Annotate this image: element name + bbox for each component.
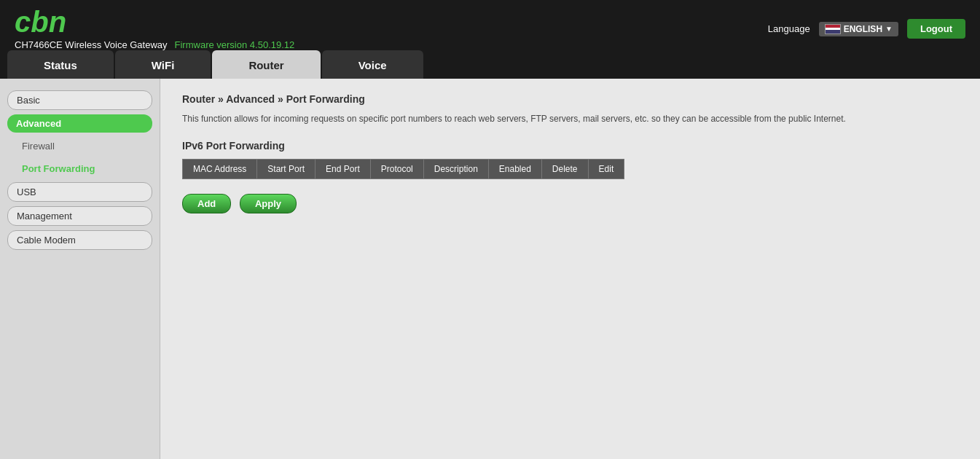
tab-router[interactable]: Router <box>212 50 320 79</box>
col-edit: Edit <box>588 160 624 179</box>
language-dropdown-icon: ▼ <box>885 25 893 33</box>
col-description: Description <box>423 160 488 179</box>
logout-button[interactable]: Logout <box>907 19 965 39</box>
tab-wifi[interactable]: WiFi <box>115 50 211 79</box>
tab-voice[interactable]: Voice <box>322 50 423 79</box>
breadcrumb: Router » Advanced » Port Forwarding <box>182 93 958 105</box>
col-delete: Delete <box>541 160 588 179</box>
tab-status[interactable]: Status <box>7 50 114 79</box>
action-buttons: Add Apply <box>182 194 958 213</box>
section-title: IPv6 Port Forwarding <box>182 140 958 152</box>
sidebar-item-firewall[interactable]: Firewall <box>7 137 152 155</box>
col-protocol: Protocol <box>370 160 423 179</box>
sidebar-item-port-forwarding[interactable]: Port Forwarding <box>7 160 152 178</box>
language-selector[interactable]: ENGLISH ▼ <box>819 22 898 36</box>
port-forwarding-table: MAC Address Start Port End Port Protocol… <box>182 159 624 179</box>
cbn-logo: cbn <box>15 7 294 36</box>
sidebar-item-basic[interactable]: Basic <box>7 90 152 110</box>
col-enabled: Enabled <box>488 160 541 179</box>
apply-button[interactable]: Apply <box>240 194 297 213</box>
firmware-version: Firmware version 4.50.19.12 <box>175 39 295 50</box>
add-button[interactable]: Add <box>182 194 231 213</box>
sidebar-item-management[interactable]: Management <box>7 206 152 226</box>
language-label: Language <box>768 23 810 34</box>
device-name: CH7466CE Wireless Voice Gateway <box>15 39 168 50</box>
sidebar-item-usb[interactable]: USB <box>7 182 152 202</box>
page-description: This function allows for incoming reques… <box>182 112 958 125</box>
language-value: ENGLISH <box>844 24 882 34</box>
col-start-port: Start Port <box>257 160 315 179</box>
flag-icon <box>825 24 841 34</box>
col-end-port: End Port <box>315 160 371 179</box>
sidebar-item-advanced[interactable]: Advanced <box>7 114 152 133</box>
sidebar-item-cable-modem[interactable]: Cable Modem <box>7 230 152 250</box>
col-mac-address: MAC Address <box>183 160 257 179</box>
